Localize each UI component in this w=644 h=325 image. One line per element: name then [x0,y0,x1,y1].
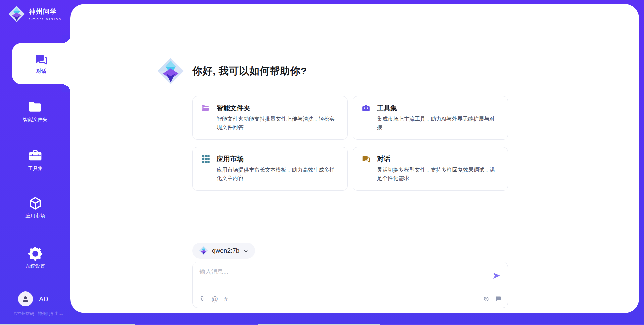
hash-icon[interactable]: # [224,296,228,302]
chevron-down-icon [243,249,248,254]
card-smart-folder[interactable]: 智能文件夹 智能文件夹功能支持批量文件上传与清洗，轻松实现文件问答 [192,96,348,140]
sidebar: 神州问学 Smart Vision 对话 智能文件夹 工具集 [0,0,70,325]
card-description: 灵活切换多模型文件，支持多样回复效果调试，满足个性化需求 [377,166,499,183]
card-app-market[interactable]: 应用市场 应用市场提供丰富长文本模板，助力高效生成多样化文章内容 [192,147,348,191]
sidebar-item-app-market[interactable]: 应用市场 [0,196,70,219]
card-description: 智能文件夹功能支持批量文件上传与清洗，轻松实现文件问答 [217,115,339,132]
tab-fillet-bottom [62,84,70,92]
sidebar-item-smart-folder[interactable]: 智能文件夹 [0,100,70,123]
card-head: 应用市场 [201,154,339,164]
sidebar-item-chat[interactable]: 对话 [12,43,70,84]
tab-fillet-top [62,35,70,43]
main-panel: 你好, 我可以如何帮助你? 智能文件夹 智能文件夹功能支持批量文件上传与清洗，轻… [70,4,639,313]
avatar [18,291,33,306]
model-name: qwen2:7b [212,247,239,254]
card-head: 智能文件夹 [201,104,339,113]
briefcase-icon [28,148,43,163]
card-head: 工具集 [362,104,499,113]
card-title: 应用市场 [217,154,244,164]
card-toolset[interactable]: 工具集 集成市场上主流工具，助力AI与外界无缝扩展与对接 [353,96,508,140]
briefcase-icon [362,104,370,113]
sidebar-item-label: 应用市场 [0,213,70,219]
paperclip-icon[interactable] [199,296,205,302]
chat-bubble-icon[interactable] [495,296,502,302]
message-input[interactable] [193,262,494,290]
card-chat[interactable]: 对话 灵活切换多模型文件，支持多样回复效果调试，满足个性化需求 [353,147,508,191]
card-description: 集成市场上主流工具，助力AI与外界无缝扩展与对接 [377,115,499,132]
card-description: 应用市场提供丰富长文本模板，助力高效生成多样化文章内容 [217,166,339,183]
user-name: AD [39,295,48,303]
composer-toolbar: @ # [199,290,502,308]
chat-icon [35,53,48,66]
horizontal-scrollbar[interactable] [0,324,644,325]
user-profile[interactable]: AD [18,291,48,306]
copyright-text: ©神州数码 · 神州问学出品 [0,311,77,317]
sidebar-item-label: 系统设置 [0,263,70,269]
gear-icon [28,246,43,261]
card-title: 工具集 [377,104,397,113]
gem-diamond-icon [157,57,185,85]
app-logo: 神州问学 Smart Vision [8,5,62,23]
message-composer: @ # [192,262,508,308]
cube-icon [28,196,43,211]
feature-cards: 智能文件夹 智能文件夹功能支持批量文件上传与清洗，轻松实现文件问答 工具集 集成… [192,96,508,191]
composer-toolbar-right [483,296,502,302]
brand-text: 神州问学 Smart Vision [29,7,62,21]
card-title: 对话 [377,154,390,164]
gem-diamond-icon [8,5,25,23]
app-subtitle: Smart Vision [29,17,62,21]
chat-icon [362,155,370,164]
folder-open-icon [201,104,210,113]
card-head: 对话 [362,154,499,164]
model-selector[interactable]: qwen2:7b [192,243,255,259]
send-icon[interactable] [492,271,501,280]
app-window: 神州问学 Smart Vision 对话 智能文件夹 工具集 [0,0,644,325]
grid-icon [201,155,210,164]
sidebar-item-settings[interactable]: 系统设置 [0,246,70,269]
at-sign-icon[interactable]: @ [211,296,218,302]
history-icon[interactable] [483,296,490,302]
app-name: 神州问学 [29,7,62,16]
sidebar-item-label: 智能文件夹 [0,116,70,123]
sidebar-item-label: 对话 [36,68,46,74]
card-title: 智能文件夹 [217,104,250,113]
greeting-text: 你好, 我可以如何帮助你? [192,64,307,78]
gem-diamond-icon [199,246,208,255]
folder-icon [28,100,43,114]
sidebar-item-label: 工具集 [0,165,70,172]
person-icon [21,295,30,303]
sidebar-item-toolset[interactable]: 工具集 [0,148,70,172]
greeting: 你好, 我可以如何帮助你? [157,57,307,85]
chat-welcome-content: 你好, 我可以如何帮助你? 智能文件夹 智能文件夹功能支持批量文件上传与清洗，轻… [192,54,508,313]
